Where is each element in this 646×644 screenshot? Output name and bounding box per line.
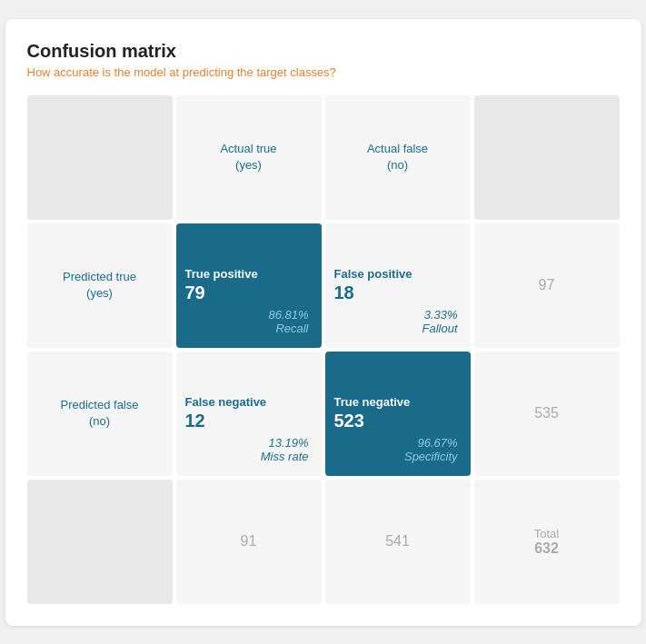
cell-true-positive: True positive 79 86.81% Recall [176, 223, 322, 348]
cell-false-positive: False positive 18 3.33% Fallout [325, 223, 471, 348]
false-positive-pct-label: Fallout [422, 322, 457, 335]
actual-true-label: Actual true (yes) [220, 141, 276, 173]
false-negative-percent: 13.19% Miss rate [261, 436, 309, 463]
true-negative-percent: 96.67% Specificity [404, 436, 458, 463]
col-total-1: 91 [241, 533, 257, 550]
card-subtitle: How accurate is the model at predicting … [27, 65, 620, 79]
row-total-2: 535 [534, 405, 559, 421]
grand-total-value: 632 [534, 540, 559, 557]
cell-col-total-1: 91 [176, 480, 322, 604]
true-positive-pct: 86.81% [268, 308, 308, 322]
confusion-matrix-card: Confusion matrix How accurate is the mod… [5, 19, 641, 626]
true-positive-pct-label: Recall [268, 322, 308, 335]
cell-header-actual-false: Actual false (no) [325, 95, 471, 220]
false-negative-pct: 13.19% [261, 436, 309, 450]
cell-header-actual-true: Actual true (yes) [176, 95, 322, 220]
predicted-true-label: Predicted true (yes) [63, 269, 136, 302]
false-negative-value: 12 [185, 411, 205, 431]
cell-col-total-2: 541 [325, 480, 471, 604]
card-title: Confusion matrix [27, 41, 620, 62]
cell-true-negative: True negative 523 96.67% Specificity [325, 352, 471, 476]
cell-row-total-1: 97 [474, 223, 620, 348]
actual-false-label: Actual false (no) [367, 141, 428, 173]
predicted-false-label: Predicted false (no) [61, 397, 139, 430]
cell-empty-top-left [27, 95, 173, 220]
false-positive-pct: 3.33% [422, 308, 457, 322]
false-negative-pct-label: Miss rate [261, 450, 309, 463]
true-negative-pct: 96.67% [404, 436, 458, 450]
col-total-2: 541 [385, 533, 410, 550]
false-positive-value: 18 [334, 282, 354, 303]
true-negative-label: True negative [334, 395, 411, 409]
cell-predicted-false: Predicted false (no) [27, 352, 173, 476]
false-positive-label: False positive [334, 267, 412, 281]
true-positive-value: 79 [185, 282, 205, 303]
cell-predicted-true: Predicted true (yes) [27, 223, 173, 348]
cell-grand-total: Total 632 [474, 480, 620, 604]
cell-row-total-2: 535 [474, 352, 620, 476]
cell-empty-bottom-left [27, 480, 173, 604]
false-positive-percent: 3.33% Fallout [422, 308, 457, 335]
matrix-grid: Actual true (yes) Actual false (no) Pred… [27, 95, 620, 604]
true-negative-pct-label: Specificity [404, 450, 458, 463]
false-negative-label: False negative [185, 395, 267, 409]
row-total-1: 97 [539, 277, 555, 293]
true-positive-percent: 86.81% Recall [268, 308, 308, 335]
true-positive-label: True positive [185, 267, 258, 281]
true-negative-value: 523 [334, 411, 364, 431]
cell-false-negative: False negative 12 13.19% Miss rate [176, 352, 322, 476]
grand-total-label: Total [534, 527, 559, 540]
cell-empty-top-right [474, 95, 620, 220]
